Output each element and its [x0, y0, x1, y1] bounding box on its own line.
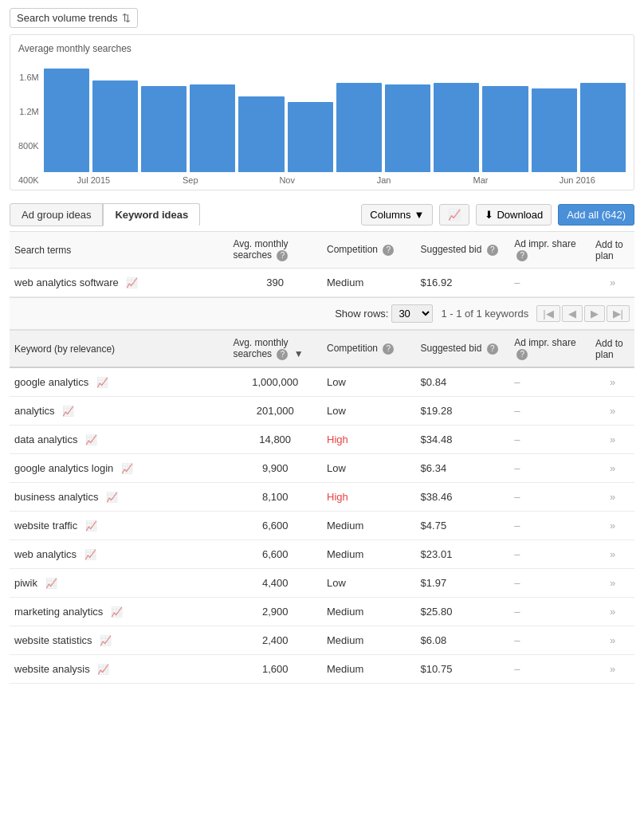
ki-add-cell[interactable]: » [591, 655, 634, 684]
st-bid-cell: $16.92 [416, 269, 510, 297]
sort-arrow-icon: ▼ [294, 348, 304, 359]
columns-button[interactable]: Columns ▼ [361, 204, 433, 226]
show-rows-label: Show rows: [335, 308, 388, 320]
st-impr-header: Ad impr. share ? [509, 232, 591, 269]
bid-help-icon[interactable]: ? [487, 245, 498, 256]
st-add-cell[interactable]: » [591, 269, 634, 297]
ki-bid-cell: $25.80 [416, 598, 510, 626]
ki-impr-cell: – [509, 367, 591, 397]
trend-icon[interactable]: 📈 [45, 578, 57, 589]
page-nav: |◀ ◀ ▶ ▶| [536, 305, 630, 322]
ki-add-cell[interactable]: » [591, 512, 634, 540]
ki-keyword-cell: marketing analytics 📈 [10, 598, 228, 626]
ki-add-cell[interactable]: » [591, 540, 634, 569]
ki-add-cell[interactable]: » [591, 426, 634, 454]
keyword-row: marketing analytics 📈 2,900 Medium $25.8… [10, 598, 634, 626]
trend-icon[interactable]: 📈 [62, 406, 74, 417]
avg-help-icon[interactable]: ? [277, 250, 288, 261]
page-info: 1 - 1 of 1 keywords [441, 308, 528, 320]
ki-bid-help-icon[interactable]: ? [487, 343, 498, 355]
st-avg-header: Avg. monthly searches ? [228, 232, 322, 269]
trend-icon[interactable]: 📈 [121, 463, 133, 474]
ki-add-cell[interactable]: » [591, 598, 634, 626]
keyword-row: google analytics login 📈 9,900 Low $6.34… [10, 454, 634, 483]
chart-icon: 📈 [448, 209, 461, 221]
y-tick-1: 1.6M [18, 73, 39, 82]
keyword-row: business analytics 📈 8,100 High $38.46 –… [10, 483, 634, 512]
prev-page-button[interactable]: ◀ [562, 305, 583, 322]
ki-add-cell[interactable]: » [591, 569, 634, 598]
ki-avg-cell: 6,600 [228, 512, 322, 540]
tab-keyword-ideas[interactable]: Keyword ideas [103, 203, 200, 226]
ki-add-cell[interactable]: » [591, 626, 634, 655]
keyword-row: google analytics 📈 1,000,000 Low $0.84 –… [10, 367, 634, 397]
ki-avg-help-icon[interactable]: ? [277, 349, 288, 360]
y-tick-4: 400K [18, 176, 39, 185]
ki-add-header: Add to plan [591, 331, 634, 367]
last-page-button[interactable]: ▶| [607, 305, 630, 322]
rows-select[interactable]: 30 50 100 [391, 304, 433, 323]
chart-section: Average monthly searches 1.6M 1.2M 800K … [10, 34, 634, 190]
trend-icon[interactable]: 📈 [84, 549, 96, 560]
ki-add-cell[interactable]: » [591, 483, 634, 512]
chart-y-label: Average monthly searches [18, 43, 626, 54]
trend-icon[interactable]: 📈 [126, 277, 138, 288]
ki-comp-cell: Low [322, 397, 416, 426]
keyword-row: web analytics 📈 6,600 Medium $23.01 – » [10, 540, 634, 569]
trend-icon[interactable]: 📈 [100, 635, 112, 646]
ki-bid-cell: $4.75 [416, 512, 510, 540]
trend-icon[interactable]: 📈 [96, 377, 108, 388]
download-label: Download [497, 209, 543, 221]
tab-ad-group[interactable]: Ad group ideas [10, 203, 103, 226]
download-button[interactable]: ⬇ Download [476, 204, 552, 226]
ki-comp-cell: Low [322, 454, 416, 483]
ki-comp-cell: Medium [322, 626, 416, 655]
trend-icon[interactable]: 📈 [85, 434, 97, 445]
ki-add-cell[interactable]: » [591, 397, 634, 426]
ki-bid-cell: $6.34 [416, 454, 510, 483]
impr-help-icon[interactable]: ? [516, 250, 528, 261]
ki-impr-cell: – [509, 598, 591, 626]
keyword-row: website traffic 📈 6,600 Medium $4.75 – » [10, 512, 634, 540]
ki-bid-cell: $1.97 [416, 569, 510, 598]
next-page-button[interactable]: ▶ [584, 305, 605, 322]
trend-icon[interactable]: 📈 [106, 492, 118, 503]
ki-bid-cell: $38.46 [416, 483, 510, 512]
trend-icon[interactable]: 📈 [85, 520, 97, 532]
st-bid-header: Suggested bid ? [416, 232, 510, 269]
ki-bid-cell: $6.08 [416, 626, 510, 655]
ki-bid-cell: $19.28 [416, 397, 510, 426]
ki-avg-cell: 4,400 [228, 569, 322, 598]
ki-add-cell[interactable]: » [591, 367, 634, 397]
ki-bid-cell: $0.84 [416, 367, 510, 397]
ki-add-cell[interactable]: » [591, 454, 634, 483]
ki-impr-cell: – [509, 655, 591, 684]
ki-avg-cell: 1,000,000 [228, 367, 322, 397]
ki-keyword-cell: analytics 📈 [10, 397, 228, 426]
ki-bid-header: Suggested bid ? [416, 331, 510, 367]
first-page-button[interactable]: |◀ [536, 305, 560, 322]
trend-icon[interactable]: 📈 [111, 606, 123, 618]
chart-button[interactable]: 📈 [439, 204, 469, 226]
ki-comp-help-icon[interactable]: ? [383, 343, 394, 355]
ki-keyword-cell: data analytics 📈 [10, 426, 228, 454]
ki-avg-header[interactable]: Avg. monthly searches ? ▼ [228, 331, 322, 367]
st-impr-cell: – [509, 269, 591, 297]
ki-impr-cell: – [509, 426, 591, 454]
add-all-button[interactable]: Add all (642) [558, 204, 634, 226]
comp-help-icon[interactable]: ? [383, 245, 394, 256]
ki-impr-help-icon[interactable]: ? [516, 349, 528, 360]
columns-label: Columns [370, 209, 410, 221]
trend-icon[interactable]: 📈 [97, 664, 109, 675]
keyword-row: website analysis 📈 1,600 Medium $10.75 –… [10, 655, 634, 684]
pagination-row: Show rows: 30 50 100 1 - 1 of 1 keywords… [10, 297, 634, 331]
ki-keyword-cell: website statistics 📈 [10, 626, 228, 655]
y-tick-2: 1.2M [18, 108, 39, 116]
ki-avg-cell: 2,400 [228, 626, 322, 655]
dropdown-arrow-icon: ⇅ [122, 12, 131, 24]
ki-bid-cell: $34.48 [416, 426, 510, 454]
trend-selector-dropdown[interactable]: Search volume trends ⇅ [10, 8, 138, 28]
st-avg-cell: 390 [228, 269, 322, 297]
keyword-ideas-table: Keyword (by relevance) Avg. monthly sear… [10, 331, 634, 684]
chart-y-axis: 1.6M 1.2M 800K 400K [18, 73, 39, 185]
